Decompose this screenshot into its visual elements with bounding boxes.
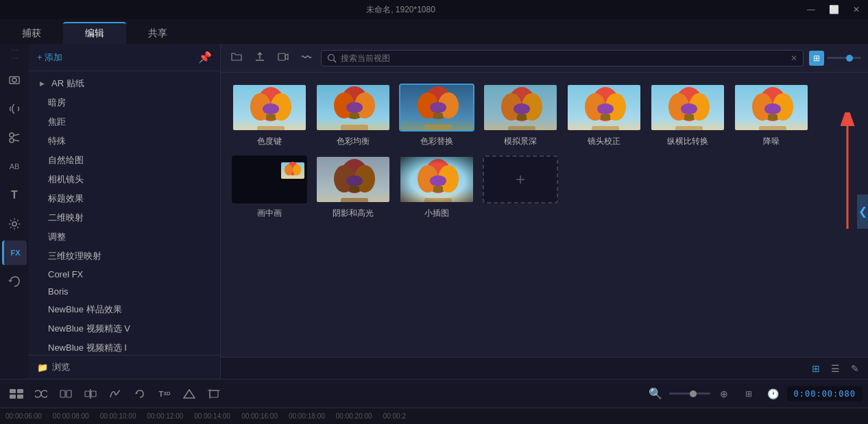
zoom-slider-track <box>669 392 710 395</box>
grid-view-button[interactable]: ⊞ <box>809 51 824 66</box>
svg-point-43 <box>597 103 614 114</box>
zoom-slider[interactable] <box>827 57 861 59</box>
sidebar-item-3d-texture[interactable]: 三维纹理映射 <box>29 247 220 266</box>
audio-wave-icon-btn[interactable] <box>298 49 315 66</box>
title-icon[interactable]: T <box>2 183 27 208</box>
sidebar-item-title-effects[interactable]: 标题效果 <box>29 189 220 208</box>
sidebar-item-2d-mapping[interactable]: 二维映射 <box>29 208 220 227</box>
svg-rect-91 <box>85 391 90 397</box>
svg-point-57 <box>764 103 781 114</box>
tabbar: 捕获 编辑 共享 <box>0 19 868 44</box>
svg-point-2 <box>10 133 14 137</box>
grid-view-btn[interactable]: ⊞ <box>808 361 823 376</box>
effect-item-denoise[interactable]: 降噪 <box>734 84 809 147</box>
effect-item-color-replace[interactable]: 色彩替换 <box>399 84 474 147</box>
close-button[interactable]: ✕ <box>850 5 863 14</box>
browse-button[interactable]: 📁 浏览 <box>29 355 220 379</box>
trim-icon[interactable] <box>2 125 27 150</box>
zoom-out-btn[interactable]: 🔍 <box>644 383 666 405</box>
sidebar-item-label: 标题效果 <box>48 192 84 205</box>
zoom-thumb[interactable] <box>690 390 697 397</box>
fx-icon[interactable]: FX <box>2 240 27 265</box>
sidebar-item-natural-draw[interactable]: 自然绘图 <box>29 151 220 170</box>
panel-collapse[interactable]: ❮ <box>857 195 868 229</box>
sidebar-header: + 添加 📌 <box>29 44 220 71</box>
tab-share[interactable]: 共享 <box>126 23 189 44</box>
sidebar-item-corel-fx[interactable]: Corel FX <box>29 266 220 283</box>
effect-item-color-balance[interactable]: 色彩均衡 <box>315 84 391 147</box>
content-area: ✕ ⊞ <box>221 44 868 379</box>
thumbnail-btn[interactable] <box>5 383 27 405</box>
svg-rect-23 <box>341 125 368 132</box>
effect-item-aspect-ratio[interactable]: 纵横比转换 <box>650 84 725 147</box>
svg-rect-94 <box>210 390 218 397</box>
timecode-display: 0:00:00:080 <box>787 386 863 401</box>
settings-icon[interactable] <box>2 212 27 236</box>
svg-rect-15 <box>266 114 276 120</box>
bottom-toolbar: T3D 🔍 ⊕ ⊞ 🕐 0:00:00:080 <box>0 379 868 408</box>
edit-icon-btn[interactable]: ✎ <box>847 361 863 376</box>
video-icon-btn[interactable] <box>274 49 292 66</box>
crop-btn[interactable] <box>203 383 225 405</box>
effect-label: 模拟景深 <box>504 136 537 147</box>
zoom-group: 🔍 ⊕ ⊞ 🕐 0:00:00:080 <box>644 383 863 405</box>
trim-btn[interactable] <box>55 383 77 405</box>
effect-item-vignette[interactable]: 小插图 <box>399 155 474 219</box>
zoom-slider-thumb[interactable] <box>846 55 853 62</box>
fit-btn[interactable]: ⊞ <box>738 383 760 405</box>
svg-rect-85 <box>17 395 23 399</box>
titlebar-info: 未命名, 1920*1080 <box>366 4 435 16</box>
rotate-btn[interactable] <box>129 383 151 405</box>
effect-thumb <box>232 155 307 203</box>
sidebar-item-focus[interactable]: 焦距 <box>29 112 220 132</box>
minimize-button[interactable]: — <box>804 5 818 14</box>
effect-item-pip[interactable]: 画中画 <box>232 155 307 219</box>
tab-capture[interactable]: 捕获 <box>0 23 63 44</box>
undo-icon[interactable] <box>2 269 27 294</box>
effect-thumb <box>566 84 642 132</box>
capture-icon[interactable] <box>2 68 27 92</box>
svg-rect-58 <box>768 114 777 120</box>
sidebar-item-newblue-samples[interactable]: NewBlue 样品效果 <box>29 300 220 319</box>
sidebar-item-special[interactable]: 特殊 <box>29 132 220 151</box>
effects-grid: 色度键 色彩均衡 <box>221 73 868 357</box>
text-ab-icon[interactable]: AB <box>2 154 27 179</box>
zoom-in-btn[interactable]: ⊕ <box>713 383 735 405</box>
split-btn[interactable] <box>80 383 101 405</box>
effect-item-lens-correction[interactable]: 镜头校正 <box>566 84 642 147</box>
list-view-btn[interactable]: ☰ <box>828 361 843 376</box>
tab-edit[interactable]: 编辑 <box>63 22 126 44</box>
add-effect-button[interactable]: + <box>483 155 558 203</box>
audio-icon[interactable] <box>2 97 27 121</box>
zoom-slider-track <box>827 57 861 59</box>
sidebar-item-newblue-v5[interactable]: NewBlue 视频精选 V <box>29 319 220 338</box>
search-clear-button[interactable]: ✕ <box>791 53 797 63</box>
mask-btn[interactable] <box>178 383 200 405</box>
svg-point-21 <box>346 102 363 113</box>
effect-item-chroma-key[interactable]: 色度键 <box>232 84 307 147</box>
sidebar-item-boris[interactable]: Boris <box>29 283 220 300</box>
upload-icon-btn[interactable] <box>251 49 269 66</box>
sidebar-item-ar-stickers[interactable]: AR 贴纸 <box>29 74 220 93</box>
sidebar-item-newblue-v1[interactable]: NewBlue 视频精选 I <box>29 338 220 355</box>
search-input[interactable] <box>341 53 786 63</box>
effect-item-depth-of-field[interactable]: 模拟景深 <box>483 84 558 147</box>
add-effect-item[interactable]: + <box>483 155 558 219</box>
clock-btn[interactable]: 🕐 <box>762 383 784 405</box>
svg-point-28 <box>430 102 446 113</box>
sidebar-item-adjust[interactable]: 调整 <box>29 227 220 247</box>
effect-item-shadow-highlight[interactable]: 阴影和高光 <box>315 155 391 219</box>
motion-btn[interactable] <box>104 383 126 405</box>
sidebar-item-camera-lens[interactable]: 相机镜头 <box>29 170 220 189</box>
media-btn[interactable] <box>30 383 52 405</box>
sidebar-item-label: 焦距 <box>48 116 66 128</box>
timeline-mark-5: 00:00:16:00 <box>236 412 283 420</box>
add-button[interactable]: + 添加 <box>37 51 62 64</box>
sidebar-item-label: 暗房 <box>48 97 66 109</box>
sidebar-item-label: NewBlue 样品效果 <box>48 303 122 316</box>
maximize-button[interactable]: ⬜ <box>826 5 842 14</box>
folder-icon-btn[interactable] <box>228 49 245 66</box>
sidebar-item-darkroom[interactable]: 暗房 <box>29 93 220 112</box>
3d-text-btn[interactable]: T3D <box>154 383 176 405</box>
sidebar-item-label: 调整 <box>48 231 66 243</box>
